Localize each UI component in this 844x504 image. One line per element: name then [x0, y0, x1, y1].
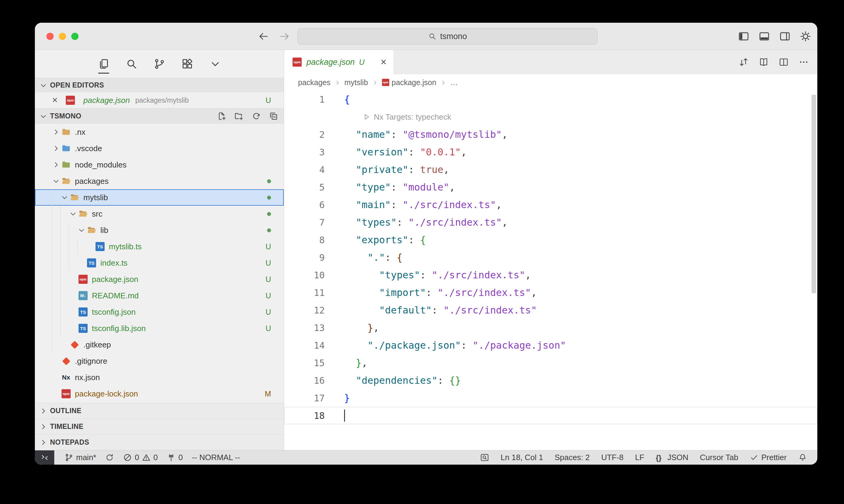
section-label: OUTLINE [50, 407, 82, 415]
breadcrumb-item-package-json[interactable]: npmpackage.json [382, 78, 436, 87]
status-remote-indicator[interactable] [35, 450, 54, 465]
project-header[interactable]: TSMONO [35, 108, 284, 124]
codelens-nx-targets[interactable]: Nx Targets: typecheck [284, 108, 817, 126]
tree-item-lib[interactable]: lib [35, 222, 284, 238]
code-line-4[interactable]: 4 "private": true, [284, 161, 817, 178]
toggle-primary-sidebar-button[interactable] [738, 31, 750, 42]
code-line-6[interactable]: 6 "main": "./src/index.ts", [284, 196, 817, 214]
tree-item-mytslib-ts[interactable]: TSmytslib.tsU [35, 238, 284, 255]
code-editor[interactable]: 1{Nx Targets: typecheck2 "name": "@tsmon… [284, 91, 817, 450]
split-editor-button[interactable] [778, 57, 789, 67]
tree-item-nx-json[interactable]: Nxnx.json [35, 369, 284, 385]
navigate-back-button[interactable] [258, 31, 269, 42]
close-tab-icon[interactable]: ✕ [380, 57, 387, 67]
breadcrumb-item-packages[interactable]: packages [298, 78, 330, 87]
tab-package-json[interactable]: npm package.json U ✕ [284, 50, 394, 74]
status-indentation[interactable]: Spaces: 2 [555, 450, 590, 465]
status-problems[interactable]: 00 [123, 450, 158, 465]
code-line-13[interactable]: 13 }, [284, 319, 817, 337]
status-notifications[interactable] [798, 450, 807, 465]
chevron-right-icon [440, 79, 447, 86]
open-changes-button[interactable] [739, 57, 749, 67]
status-formatter[interactable]: Prettier [750, 450, 787, 465]
status-git-branch[interactable]: main* [65, 450, 96, 465]
code-line-15[interactable]: 15 }, [284, 354, 817, 372]
navigate-forward-button[interactable] [279, 31, 290, 42]
indent-guide [52, 337, 60, 353]
code-line-9[interactable]: 9 ".": { [284, 249, 817, 266]
code-line-2[interactable]: 2 "name": "@tsmono/mytslib", [284, 126, 817, 143]
section-outline[interactable]: OUTLINE [35, 403, 284, 419]
code-line-8[interactable]: 8 "exports": { [284, 231, 817, 249]
status-ports[interactable]: 0 [167, 450, 183, 465]
section-notepads[interactable]: NOTEPADS [35, 434, 284, 450]
status-eol[interactable]: LF [635, 450, 644, 465]
code-line-3[interactable]: 3 "version": "0.0.1", [284, 143, 817, 161]
new-file-button[interactable] [217, 111, 226, 121]
status-vim-mode[interactable]: -- NORMAL -- [192, 450, 240, 465]
twisty-spacer [77, 259, 86, 267]
code-line-17[interactable]: 17} [284, 389, 817, 407]
activity-explorer[interactable] [98, 58, 110, 70]
twisty-spacer [52, 357, 61, 365]
toggle-secondary-sidebar-button[interactable] [779, 31, 791, 42]
tree-item-readme-md[interactable]: M↓README.mdU [35, 287, 284, 304]
activity-source-control[interactable] [153, 58, 166, 70]
breadcrumb-item-[interactable]: … [450, 78, 458, 87]
activity-extensions[interactable] [181, 58, 193, 70]
tree-item-mytslib[interactable]: mytslib [35, 189, 284, 206]
code-line-14[interactable]: 14 "./package.json": "./package.json" [284, 337, 817, 354]
open-editors-header[interactable]: OPEN EDITORS [35, 78, 284, 92]
tree-item-gitignore[interactable]: .gitignore [35, 353, 284, 369]
tree-item-vscode[interactable]: .vscode [35, 140, 284, 157]
status-sync-changes[interactable] [105, 450, 114, 465]
code-line-5[interactable]: 5 "type": "module", [284, 178, 817, 196]
status-language-mode[interactable]: {}JSON [656, 450, 688, 465]
tree-item-packages[interactable]: packages [35, 173, 284, 189]
more-actions-button[interactable] [798, 57, 809, 67]
code-line-1[interactable]: 1{ [284, 91, 817, 108]
tree-item-package-json[interactable]: npmpackage.jsonU [35, 271, 284, 287]
close-window-button[interactable] [46, 33, 54, 40]
toggle-panel-button[interactable] [758, 31, 770, 42]
tree-item-gitkeep[interactable]: .gitkeep [35, 337, 284, 353]
code-line-12[interactable]: 12 "default": "./src/index.ts" [284, 301, 817, 319]
code-line-16[interactable]: 16 "dependencies": {} [284, 372, 817, 389]
code-line-18[interactable]: 18 [284, 407, 817, 424]
activity-more-views[interactable] [209, 58, 221, 70]
status-cursor-position[interactable]: Ln 18, Col 1 [500, 450, 543, 465]
open-editor-item[interactable]: ✕ npm package.json packages/mytslib U [35, 92, 284, 108]
scrollbar[interactable] [812, 95, 816, 293]
close-icon[interactable]: ✕ [52, 96, 61, 105]
refresh-explorer-button[interactable] [252, 111, 261, 121]
new-file-icon [217, 114, 226, 122]
ts-icon: TS [95, 241, 105, 252]
tree-item-label: .gitkeep [83, 340, 111, 349]
tree-item-package-lock-json[interactable]: npmpackage-lock.jsonM [35, 385, 284, 402]
minimize-window-button[interactable] [59, 33, 66, 40]
settings-button[interactable] [800, 31, 811, 42]
command-search-box[interactable]: tsmono [297, 28, 598, 44]
open-preview-button[interactable] [758, 57, 769, 67]
code-line-10[interactable]: 10 "types": "./src/index.ts", [284, 266, 817, 284]
code-line-11[interactable]: 11 "import": "./src/index.ts", [284, 284, 817, 301]
tree-item-tsconfig-json[interactable]: TStsconfig.jsonU [35, 304, 284, 320]
collapse-folders-button[interactable] [269, 111, 278, 121]
section-timeline[interactable]: TIMELINE [35, 419, 284, 434]
code-line-7[interactable]: 7 "types": "./src/index.ts", [284, 214, 817, 231]
indent-guide [52, 320, 60, 337]
tree-item-tsconfig-lib-json[interactable]: TStsconfig.lib.jsonU [35, 320, 284, 337]
zoom-window-button[interactable] [71, 33, 79, 40]
tree-item-index-ts[interactable]: TSindex.tsU [35, 255, 284, 271]
status-cursor-tab[interactable]: Cursor Tab [700, 450, 739, 465]
activity-search[interactable] [125, 58, 138, 70]
breadcrumb-item-mytslib[interactable]: mytslib [344, 78, 368, 87]
tree-item-node-modules[interactable]: node_modules [35, 157, 284, 173]
indent-guide [60, 206, 69, 222]
status-zoom-indicator[interactable] [480, 450, 489, 465]
tree-item-src[interactable]: src [35, 206, 284, 222]
tree-item-nx[interactable]: .nx [35, 124, 284, 140]
chevron-down-icon [209, 66, 221, 71]
new-folder-button[interactable] [234, 111, 244, 121]
status-encoding[interactable]: UTF-8 [601, 450, 624, 465]
